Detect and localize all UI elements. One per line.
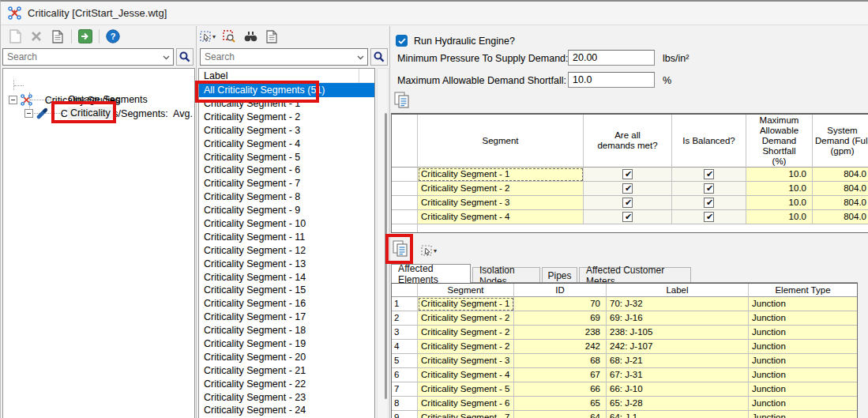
cell-label[interactable]: 68: J-21 <box>607 354 749 368</box>
list-item[interactable]: Criticality Segment - 19 <box>199 337 374 351</box>
row-number-header[interactable] <box>392 284 418 297</box>
column-header-element-type[interactable]: Element Type <box>749 284 858 297</box>
row-number[interactable]: 8 <box>392 397 418 411</box>
column-header-demands-met[interactable]: Are all demands met? <box>584 115 672 168</box>
row-selector[interactable] <box>392 210 418 224</box>
cell-is-balanced[interactable] <box>672 182 746 196</box>
list-item[interactable]: Criticality Segment - 12 <box>199 244 374 258</box>
list-item-selected[interactable]: All Criticality Segments (51) <box>199 83 374 97</box>
row-selector[interactable] <box>392 168 418 182</box>
cell-label[interactable]: 66: J-10 <box>607 382 749 397</box>
cell-shortfall[interactable]: 10.0 <box>746 168 813 182</box>
list-item[interactable]: Criticality Segment - 21 <box>199 364 374 378</box>
max-shortfall-input[interactable] <box>568 72 655 88</box>
is-balanced-checkbox[interactable] <box>704 183 714 194</box>
tab-affected-elements[interactable]: Affected Elements <box>391 264 471 283</box>
is-balanced-checkbox[interactable] <box>704 169 714 179</box>
collapse-icon[interactable] <box>24 109 33 118</box>
middle-search-input[interactable] <box>201 49 367 65</box>
row-number[interactable]: 3 <box>392 326 418 340</box>
cell-label[interactable]: 67: J-31 <box>607 368 749 382</box>
cell-id[interactable]: 69 <box>514 311 607 326</box>
left-search-input[interactable] <box>3 49 173 65</box>
cell-is-balanced[interactable] <box>672 168 746 182</box>
chevron-down-icon[interactable] <box>357 55 364 60</box>
cell-element-type[interactable]: Junction <box>749 311 858 326</box>
is-balanced-checkbox[interactable] <box>704 212 714 222</box>
cell-system-demand[interactable]: 804.0 <box>813 196 868 210</box>
compute-button[interactable] <box>76 27 95 46</box>
cell-id[interactable]: 238 <box>514 326 607 340</box>
cell-segment[interactable]: Criticality Segment - 4 <box>418 210 584 224</box>
list-item[interactable]: Criticality Segment - 17 <box>199 311 374 324</box>
is-balanced-checkbox[interactable] <box>704 198 714 208</box>
cell-segment[interactable]: Criticality Segment - 3 <box>418 196 584 210</box>
list-column-header-label[interactable]: Label <box>199 69 374 83</box>
cell-id[interactable]: 64 <box>514 411 607 418</box>
list-item[interactable]: Criticality Segment - 3 <box>199 124 374 137</box>
select-dropdown-button[interactable] <box>198 27 217 46</box>
min-pressure-input[interactable] <box>568 50 655 66</box>
cell-label[interactable]: 70: J-32 <box>607 297 749 311</box>
cell-segment[interactable]: Criticality Segment - 2 <box>418 340 514 354</box>
cell-id[interactable]: 67 <box>514 368 607 382</box>
cell-element-type[interactable]: Junction <box>749 297 858 311</box>
cell-element-type[interactable]: Junction <box>749 411 858 418</box>
run-hydraulic-engine-checkbox[interactable] <box>396 35 408 47</box>
copy-affected-table-button[interactable] <box>390 239 411 259</box>
cell-segment[interactable]: Criticality Segment - 4 <box>418 368 514 382</box>
row-number[interactable]: 5 <box>392 354 418 368</box>
help-button[interactable]: ? <box>103 27 122 46</box>
cell-demands-met[interactable] <box>584 182 672 196</box>
list-item[interactable]: Criticality Segment - 7 <box>199 177 374 190</box>
list-item[interactable]: Criticality Segment - 11 <box>199 231 374 244</box>
list-item[interactable]: Criticality Segment - 20 <box>199 351 374 364</box>
cell-id[interactable]: 68 <box>514 354 607 368</box>
cell-system-demand[interactable]: 804.0 <box>813 168 868 182</box>
column-header-id[interactable]: ID <box>514 284 607 297</box>
find-button[interactable] <box>241 27 260 46</box>
cell-is-balanced[interactable] <box>672 210 746 224</box>
cell-segment[interactable]: Criticality Segment - 5 <box>418 382 514 397</box>
delete-button[interactable] <box>27 27 46 46</box>
cell-segment[interactable]: Criticality Segment - 1 <box>418 297 514 311</box>
row-selector-header[interactable] <box>392 115 418 168</box>
copy-table-button[interactable] <box>392 90 412 111</box>
report-button[interactable] <box>48 27 67 46</box>
demands-met-checkbox[interactable] <box>622 198 633 208</box>
demands-met-checkbox[interactable] <box>622 212 633 222</box>
pane-splitter-right[interactable] <box>389 26 390 418</box>
list-item[interactable]: Criticality Segment - 10 <box>199 217 374 231</box>
cell-demands-met[interactable] <box>584 210 672 224</box>
list-item[interactable]: Criticality Segment - 4 <box>199 137 374 151</box>
cell-shortfall[interactable]: 10.0 <box>746 182 813 196</box>
cell-id[interactable]: 70 <box>514 297 607 311</box>
cell-segment[interactable]: Criticality Segment - 1 <box>418 168 584 182</box>
middle-search-button[interactable] <box>370 48 388 66</box>
row-number[interactable]: 2 <box>392 311 418 326</box>
cell-segment[interactable]: Criticality Segment - 2 <box>418 311 514 326</box>
demands-met-checkbox[interactable] <box>622 183 633 194</box>
cell-label[interactable]: 69: J-16 <box>607 311 749 326</box>
cell-element-type[interactable]: Junction <box>749 326 858 340</box>
list-item[interactable]: Criticality Segment - 1 <box>199 97 374 111</box>
row-selector[interactable] <box>392 196 418 210</box>
tree-item-criticality[interactable]: Criticality <box>68 107 113 119</box>
chevron-down-icon[interactable] <box>163 55 170 60</box>
list-item[interactable]: Criticality Segment - 5 <box>199 151 374 164</box>
report-button[interactable] <box>262 27 281 46</box>
list-item[interactable]: Criticality Segment - 13 <box>199 258 374 271</box>
pane-splitter-left[interactable] <box>196 26 197 418</box>
cell-element-type[interactable]: Junction <box>749 368 858 382</box>
list-item[interactable]: Criticality Segment - 22 <box>199 378 374 391</box>
cell-id[interactable]: 66 <box>514 382 607 397</box>
cell-segment[interactable]: Criticality Segment - 6 <box>418 397 514 411</box>
tab-affected-customer-meters[interactable]: Affected Customer Meters <box>579 267 691 283</box>
collapse-icon[interactable] <box>9 96 17 104</box>
demands-met-checkbox[interactable] <box>622 169 633 179</box>
cell-shortfall[interactable]: 10.0 <box>746 196 813 210</box>
zoom-window-button[interactable] <box>220 27 239 46</box>
column-header-segment[interactable]: Segment <box>418 115 584 168</box>
cell-label[interactable]: 242: J-107 <box>607 340 749 354</box>
list-item[interactable]: Criticality Segment - 8 <box>199 190 374 204</box>
